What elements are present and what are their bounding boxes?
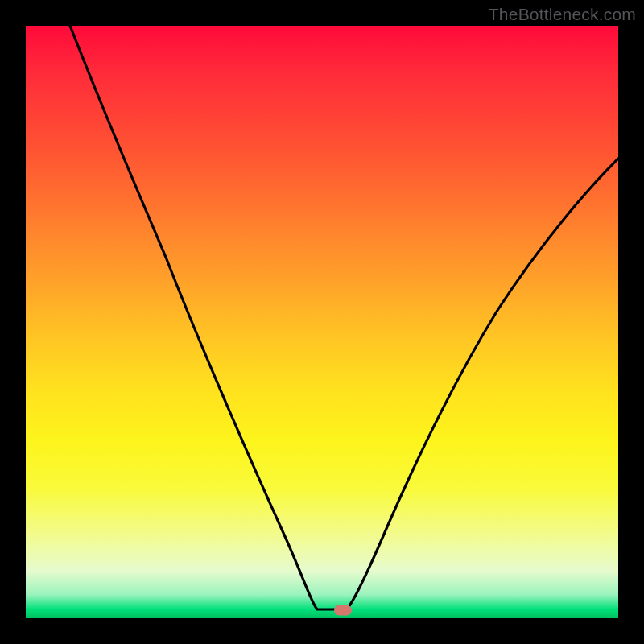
optimal-point-marker	[334, 605, 352, 615]
plot-area	[26, 26, 618, 618]
chart-frame: TheBottleneck.com	[0, 0, 644, 644]
curve-path	[70, 26, 618, 609]
bottleneck-curve	[26, 26, 618, 618]
watermark-text: TheBottleneck.com	[489, 5, 636, 24]
